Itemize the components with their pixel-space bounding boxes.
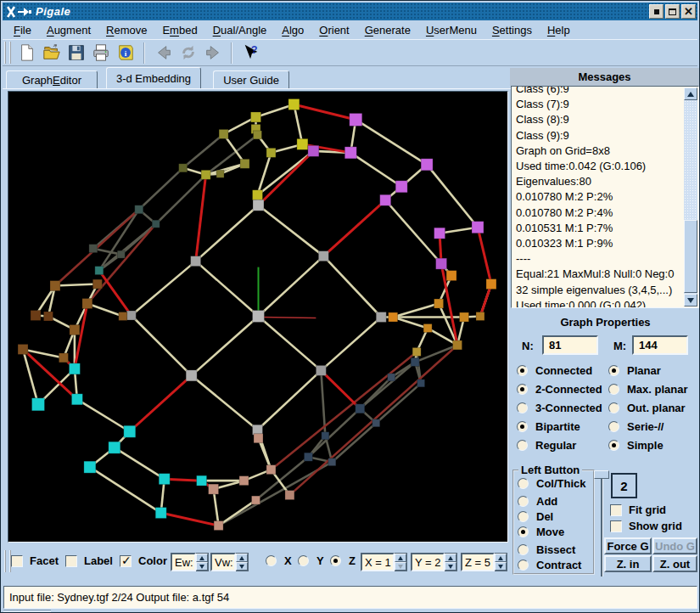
info-icon[interactable]: i — [114, 42, 137, 65]
x-coord-spin-down-icon[interactable] — [395, 562, 406, 571]
out-planar-radio[interactable] — [608, 402, 619, 413]
save-icon[interactable] — [64, 42, 87, 65]
graph-vertex — [476, 312, 484, 321]
menu-embed[interactable]: Embed — [154, 21, 204, 39]
grid-slider[interactable] — [601, 473, 603, 576]
edge-width-spin-down-icon[interactable] — [196, 562, 208, 571]
max-planar-radio[interactable] — [608, 384, 619, 395]
menu-augment[interactable]: Augment — [39, 21, 98, 39]
vertex-width-value[interactable]: Vw: 4 — [210, 553, 236, 571]
menu-dual-angle[interactable]: Dual/Angle — [205, 21, 275, 39]
forward-icon[interactable] — [201, 42, 224, 65]
force-g-button[interactable]: Force G — [604, 537, 652, 554]
embedding-canvas[interactable] — [8, 91, 508, 543]
titlebar[interactable]: Pigale ✕ — [3, 3, 697, 20]
scroll-up-icon[interactable] — [684, 87, 697, 100]
col-thick-radio[interactable] — [518, 478, 529, 489]
graph-vertex — [318, 251, 328, 262]
axis-y-radio[interactable] — [298, 555, 309, 566]
z-out-button[interactable]: Z. out — [652, 555, 697, 572]
menu-generate[interactable]: Generate — [357, 21, 418, 39]
x-coord-spin-up-icon[interactable] — [395, 554, 406, 562]
2-connected-label: 2-Connected — [535, 383, 602, 396]
graph-3d-view[interactable] — [8, 92, 507, 542]
edge-width-value[interactable]: Ew: 4 — [171, 553, 196, 571]
serie-radio[interactable] — [608, 421, 619, 432]
close-button[interactable]: ✕ — [681, 4, 696, 19]
axis-x-radio[interactable] — [266, 555, 277, 566]
m-field[interactable]: 144 — [632, 335, 688, 355]
regular-radio[interactable] — [517, 440, 528, 451]
menu-orient[interactable]: Orient — [311, 21, 356, 39]
open-file-icon[interactable] — [40, 42, 63, 65]
resize-grip[interactable] — [3, 610, 51, 612]
pigale-window: Pigale ✕ FileAugmentRemoveEmbedDual/Angl… — [0, 0, 700, 613]
connected-radio[interactable] — [517, 365, 528, 376]
toolbar-handle[interactable] — [4, 42, 11, 64]
bipartite-radio[interactable] — [517, 421, 528, 432]
message-line: Class (7):9 — [516, 97, 683, 112]
y-coord-spin-down-icon[interactable] — [445, 562, 456, 571]
n-field[interactable]: 81 — [542, 335, 598, 355]
facet-checkbox[interactable] — [11, 555, 23, 567]
2-connected-radio[interactable] — [517, 384, 528, 395]
minimize-button[interactable] — [649, 4, 664, 19]
bissect-radio[interactable] — [518, 544, 529, 555]
edge-width-spinbox[interactable]: Ew: 4 — [171, 553, 209, 571]
label-checkbox[interactable] — [65, 555, 77, 567]
y-coord-value[interactable]: Y = 2 — [411, 553, 445, 571]
tab-3-d-embedding[interactable]: 3-d Embedding — [106, 67, 201, 89]
edge-width-spin-up-icon[interactable] — [196, 554, 208, 562]
menu-settings[interactable]: Settings — [484, 21, 540, 39]
y-coord-spin-up-icon[interactable] — [445, 554, 456, 562]
menu-help[interactable]: Help — [540, 21, 578, 39]
tab-user-guide[interactable]: User Guide — [213, 70, 289, 89]
y-coord-spinbox[interactable]: Y = 2 — [411, 553, 457, 571]
toolbar-grip[interactable] — [4, 550, 11, 572]
undo-g-button[interactable]: Undo G — [652, 537, 697, 554]
messages-scrollbar[interactable] — [684, 87, 697, 306]
z-in-button[interactable]: Z. in — [604, 555, 652, 572]
z-coord-spin-down-icon[interactable] — [495, 562, 507, 571]
message-line: Used time:0.042 (G:0.106) — [516, 159, 683, 174]
graph-vertex — [356, 404, 365, 413]
del-radio[interactable] — [518, 511, 529, 522]
z-coord-spin-up-icon[interactable] — [495, 554, 507, 562]
show-grid-checkbox[interactable] — [610, 520, 622, 532]
menu-remove[interactable]: Remove — [98, 21, 154, 39]
whats-this-icon[interactable]: ? — [239, 42, 262, 65]
tab-graph-editor[interactable]: Graph Editor — [6, 70, 98, 89]
menu-usermenu[interactable]: UserMenu — [418, 21, 484, 39]
vertex-width-spin-down-icon[interactable] — [236, 562, 248, 571]
planar-radio[interactable] — [608, 365, 619, 376]
contract-radio[interactable] — [518, 560, 529, 571]
new-document-icon[interactable] — [15, 42, 38, 65]
x-coord-value[interactable]: X = 1 — [361, 553, 395, 571]
scrollbar-thumb[interactable] — [684, 220, 697, 293]
col-thick-label: Col/Thick — [536, 477, 586, 490]
vertex-width-spin-up-icon[interactable] — [236, 554, 248, 562]
add-radio[interactable] — [518, 496, 529, 507]
messages-panel[interactable]: Class (6):9Class (7):9Class (8):9Class (… — [511, 86, 699, 308]
reload-icon[interactable] — [176, 42, 199, 65]
menu-algo[interactable]: Algo — [274, 21, 311, 39]
z-coord-value[interactable]: Z = 5 — [461, 553, 495, 571]
3-connected-radio[interactable] — [517, 402, 528, 413]
print-icon[interactable] — [89, 42, 112, 65]
status-bar: Input file: Sydney.tgf 2/24 Output file:… — [3, 586, 697, 609]
message-line: Equal:21 MaxMul:8 Null:0 Neg:0 — [516, 267, 683, 282]
graph-vertex — [266, 465, 276, 475]
x-coord-spinbox[interactable]: X = 1 — [361, 553, 407, 571]
back-icon[interactable] — [152, 42, 175, 65]
simple-radio[interactable] — [608, 440, 619, 451]
axis-z-radio[interactable] — [330, 555, 341, 566]
z-coord-spinbox[interactable]: Z = 5 — [461, 553, 507, 571]
fit-grid-checkbox[interactable] — [610, 504, 622, 516]
move-radio[interactable] — [518, 526, 529, 537]
color-checkbox[interactable] — [120, 555, 132, 567]
scroll-down-icon[interactable] — [684, 294, 697, 306]
menu-file[interactable]: File — [6, 21, 39, 39]
grid-slider-handle[interactable] — [594, 470, 609, 479]
vertex-width-spinbox[interactable]: Vw: 4 — [210, 553, 249, 571]
maximize-button[interactable] — [665, 4, 680, 19]
